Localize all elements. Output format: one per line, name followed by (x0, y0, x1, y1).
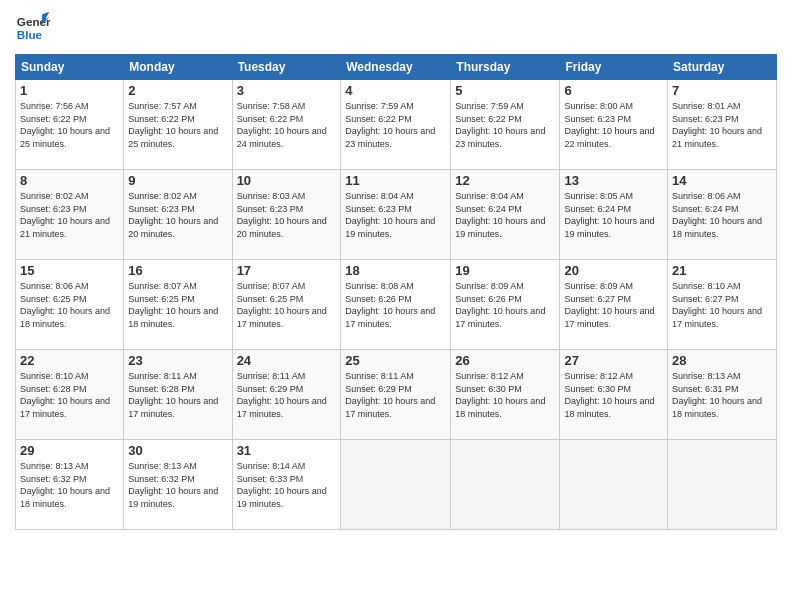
calendar-day-header: Wednesday (341, 55, 451, 80)
day-number: 9 (128, 173, 227, 188)
calendar-cell: 1 Sunrise: 7:56 AMSunset: 6:22 PMDayligh… (16, 80, 124, 170)
day-number: 13 (564, 173, 663, 188)
day-number: 1 (20, 83, 119, 98)
day-info: Sunrise: 8:11 AMSunset: 6:28 PMDaylight:… (128, 371, 218, 419)
day-number: 8 (20, 173, 119, 188)
day-info: Sunrise: 8:04 AMSunset: 6:24 PMDaylight:… (455, 191, 545, 239)
calendar-cell: 18 Sunrise: 8:08 AMSunset: 6:26 PMDaylig… (341, 260, 451, 350)
page: General Blue SundayMondayTuesdayWednesda… (0, 0, 792, 612)
day-info: Sunrise: 8:10 AMSunset: 6:28 PMDaylight:… (20, 371, 110, 419)
day-info: Sunrise: 7:58 AMSunset: 6:22 PMDaylight:… (237, 101, 327, 149)
day-info: Sunrise: 8:09 AMSunset: 6:27 PMDaylight:… (564, 281, 654, 329)
day-info: Sunrise: 8:08 AMSunset: 6:26 PMDaylight:… (345, 281, 435, 329)
day-number: 16 (128, 263, 227, 278)
calendar-cell: 28 Sunrise: 8:13 AMSunset: 6:31 PMDaylig… (668, 350, 777, 440)
day-info: Sunrise: 8:13 AMSunset: 6:32 PMDaylight:… (20, 461, 110, 509)
calendar-week-row: 29 Sunrise: 8:13 AMSunset: 6:32 PMDaylig… (16, 440, 777, 530)
day-info: Sunrise: 8:09 AMSunset: 6:26 PMDaylight:… (455, 281, 545, 329)
calendar-cell: 2 Sunrise: 7:57 AMSunset: 6:22 PMDayligh… (124, 80, 232, 170)
calendar-cell: 8 Sunrise: 8:02 AMSunset: 6:23 PMDayligh… (16, 170, 124, 260)
calendar-day-header: Thursday (451, 55, 560, 80)
day-number: 29 (20, 443, 119, 458)
logo: General Blue (15, 10, 51, 46)
calendar-cell: 27 Sunrise: 8:12 AMSunset: 6:30 PMDaylig… (560, 350, 668, 440)
calendar-cell: 25 Sunrise: 8:11 AMSunset: 6:29 PMDaylig… (341, 350, 451, 440)
day-info: Sunrise: 8:12 AMSunset: 6:30 PMDaylight:… (455, 371, 545, 419)
day-number: 2 (128, 83, 227, 98)
day-number: 12 (455, 173, 555, 188)
logo-icon: General Blue (15, 10, 51, 46)
day-number: 28 (672, 353, 772, 368)
calendar-cell: 30 Sunrise: 8:13 AMSunset: 6:32 PMDaylig… (124, 440, 232, 530)
header: General Blue (15, 10, 777, 46)
calendar-week-row: 15 Sunrise: 8:06 AMSunset: 6:25 PMDaylig… (16, 260, 777, 350)
calendar-cell: 11 Sunrise: 8:04 AMSunset: 6:23 PMDaylig… (341, 170, 451, 260)
day-number: 10 (237, 173, 337, 188)
day-info: Sunrise: 8:10 AMSunset: 6:27 PMDaylight:… (672, 281, 762, 329)
calendar-cell: 3 Sunrise: 7:58 AMSunset: 6:22 PMDayligh… (232, 80, 341, 170)
day-number: 3 (237, 83, 337, 98)
day-number: 18 (345, 263, 446, 278)
day-info: Sunrise: 8:02 AMSunset: 6:23 PMDaylight:… (128, 191, 218, 239)
svg-text:Blue: Blue (17, 28, 43, 41)
calendar-cell: 24 Sunrise: 8:11 AMSunset: 6:29 PMDaylig… (232, 350, 341, 440)
calendar-cell: 13 Sunrise: 8:05 AMSunset: 6:24 PMDaylig… (560, 170, 668, 260)
calendar-day-header: Friday (560, 55, 668, 80)
day-number: 6 (564, 83, 663, 98)
calendar-day-header: Tuesday (232, 55, 341, 80)
calendar-cell (341, 440, 451, 530)
day-info: Sunrise: 8:06 AMSunset: 6:25 PMDaylight:… (20, 281, 110, 329)
day-info: Sunrise: 7:59 AMSunset: 6:22 PMDaylight:… (345, 101, 435, 149)
calendar-cell: 10 Sunrise: 8:03 AMSunset: 6:23 PMDaylig… (232, 170, 341, 260)
day-info: Sunrise: 8:03 AMSunset: 6:23 PMDaylight:… (237, 191, 327, 239)
calendar-table: SundayMondayTuesdayWednesdayThursdayFrid… (15, 54, 777, 530)
day-number: 19 (455, 263, 555, 278)
day-number: 15 (20, 263, 119, 278)
day-info: Sunrise: 8:13 AMSunset: 6:31 PMDaylight:… (672, 371, 762, 419)
calendar-week-row: 8 Sunrise: 8:02 AMSunset: 6:23 PMDayligh… (16, 170, 777, 260)
day-number: 27 (564, 353, 663, 368)
day-number: 25 (345, 353, 446, 368)
calendar-day-header: Saturday (668, 55, 777, 80)
day-number: 22 (20, 353, 119, 368)
calendar-cell: 31 Sunrise: 8:14 AMSunset: 6:33 PMDaylig… (232, 440, 341, 530)
calendar-cell: 15 Sunrise: 8:06 AMSunset: 6:25 PMDaylig… (16, 260, 124, 350)
day-info: Sunrise: 8:07 AMSunset: 6:25 PMDaylight:… (128, 281, 218, 329)
day-number: 17 (237, 263, 337, 278)
day-info: Sunrise: 8:13 AMSunset: 6:32 PMDaylight:… (128, 461, 218, 509)
day-number: 20 (564, 263, 663, 278)
calendar-day-header: Sunday (16, 55, 124, 80)
day-info: Sunrise: 8:02 AMSunset: 6:23 PMDaylight:… (20, 191, 110, 239)
day-number: 30 (128, 443, 227, 458)
day-info: Sunrise: 8:14 AMSunset: 6:33 PMDaylight:… (237, 461, 327, 509)
day-number: 26 (455, 353, 555, 368)
calendar-cell: 12 Sunrise: 8:04 AMSunset: 6:24 PMDaylig… (451, 170, 560, 260)
calendar-cell: 6 Sunrise: 8:00 AMSunset: 6:23 PMDayligh… (560, 80, 668, 170)
calendar-cell: 5 Sunrise: 7:59 AMSunset: 6:22 PMDayligh… (451, 80, 560, 170)
calendar-week-row: 1 Sunrise: 7:56 AMSunset: 6:22 PMDayligh… (16, 80, 777, 170)
day-number: 31 (237, 443, 337, 458)
calendar-cell: 20 Sunrise: 8:09 AMSunset: 6:27 PMDaylig… (560, 260, 668, 350)
calendar-cell: 9 Sunrise: 8:02 AMSunset: 6:23 PMDayligh… (124, 170, 232, 260)
calendar-cell: 29 Sunrise: 8:13 AMSunset: 6:32 PMDaylig… (16, 440, 124, 530)
calendar-cell: 22 Sunrise: 8:10 AMSunset: 6:28 PMDaylig… (16, 350, 124, 440)
day-number: 7 (672, 83, 772, 98)
day-number: 4 (345, 83, 446, 98)
calendar-week-row: 22 Sunrise: 8:10 AMSunset: 6:28 PMDaylig… (16, 350, 777, 440)
calendar-cell: 23 Sunrise: 8:11 AMSunset: 6:28 PMDaylig… (124, 350, 232, 440)
day-number: 14 (672, 173, 772, 188)
day-info: Sunrise: 8:01 AMSunset: 6:23 PMDaylight:… (672, 101, 762, 149)
calendar-cell (668, 440, 777, 530)
day-info: Sunrise: 7:59 AMSunset: 6:22 PMDaylight:… (455, 101, 545, 149)
day-info: Sunrise: 8:06 AMSunset: 6:24 PMDaylight:… (672, 191, 762, 239)
day-info: Sunrise: 8:05 AMSunset: 6:24 PMDaylight:… (564, 191, 654, 239)
day-number: 5 (455, 83, 555, 98)
calendar-cell (451, 440, 560, 530)
calendar-cell (560, 440, 668, 530)
calendar-cell: 26 Sunrise: 8:12 AMSunset: 6:30 PMDaylig… (451, 350, 560, 440)
day-info: Sunrise: 7:57 AMSunset: 6:22 PMDaylight:… (128, 101, 218, 149)
day-info: Sunrise: 8:04 AMSunset: 6:23 PMDaylight:… (345, 191, 435, 239)
day-info: Sunrise: 8:11 AMSunset: 6:29 PMDaylight:… (237, 371, 327, 419)
calendar-cell: 17 Sunrise: 8:07 AMSunset: 6:25 PMDaylig… (232, 260, 341, 350)
calendar-cell: 16 Sunrise: 8:07 AMSunset: 6:25 PMDaylig… (124, 260, 232, 350)
